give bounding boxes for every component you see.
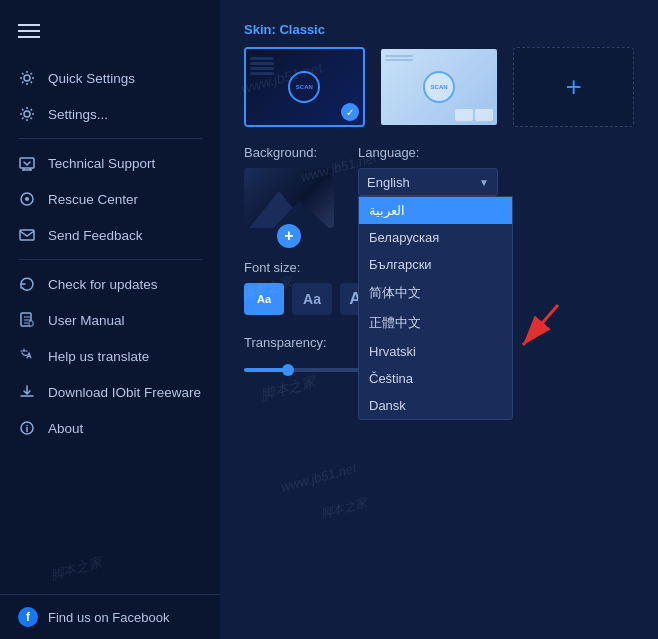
download-freeware-icon <box>18 383 36 401</box>
sidebar-item-about[interactable]: About <box>0 410 220 446</box>
language-chevron-icon: ▼ <box>479 177 489 188</box>
lang-option-belarusian[interactable]: Беларуская <box>359 224 512 251</box>
sidebar-item-help-translate[interactable]: Help us translate <box>0 338 220 374</box>
background-image <box>249 176 329 228</box>
sidebar-item-quick-settings[interactable]: Quick Settings <box>0 60 220 96</box>
svg-point-9 <box>26 425 28 427</box>
technical-support-label: Technical Support <box>48 156 155 171</box>
sidebar-item-technical-support[interactable]: Technical Support <box>0 145 220 181</box>
skin-selected-checkmark: ✓ <box>341 103 359 121</box>
skin-selected: Classic <box>279 22 325 37</box>
sidebar-item-check-updates[interactable]: Check for updates <box>0 266 220 302</box>
facebook-icon: f <box>18 607 38 627</box>
rescue-center-label: Rescue Center <box>48 192 138 207</box>
send-feedback-label: Send Feedback <box>48 228 143 243</box>
language-dropdown-container: English ▼ العربية Беларуская Български 简… <box>358 168 498 196</box>
divider-1 <box>18 138 202 139</box>
lang-option-arabic[interactable]: العربية <box>359 197 512 224</box>
skin-label: Skin: Classic <box>244 22 634 37</box>
svg-point-1 <box>24 111 30 117</box>
user-manual-icon <box>18 311 36 329</box>
lang-option-danish[interactable]: Dansk <box>359 392 512 419</box>
sidebar-item-download-freeware[interactable]: Download IObit Freeware <box>0 374 220 410</box>
lang-option-chinese-traditional[interactable]: 正體中文 <box>359 308 512 338</box>
font-size-medium[interactable]: Aa <box>292 283 332 315</box>
divider-2 <box>18 259 202 260</box>
lang-option-czech[interactable]: Čeština <box>359 365 512 392</box>
quick-settings-icon <box>18 69 36 87</box>
language-selected-value: English <box>367 175 410 190</box>
sidebar-item-user-manual[interactable]: User Manual <box>0 302 220 338</box>
sidebar-item-settings[interactable]: Settings... <box>0 96 220 132</box>
lang-option-croatian[interactable]: Hrvatski <box>359 338 512 365</box>
main-content: Skin: Classic SCAN ✓ <box>220 0 658 639</box>
svg-rect-5 <box>20 230 34 240</box>
rescue-center-icon <box>18 190 36 208</box>
language-dropdown: العربية Беларуская Български 简体中文 正體中文 H… <box>358 196 513 420</box>
about-label: About <box>48 421 83 436</box>
skin-thumb-light[interactable]: SCAN <box>379 47 500 127</box>
skin-thumb-add[interactable]: + <box>513 47 634 127</box>
check-updates-icon <box>18 275 36 293</box>
lang-option-chinese-simplified[interactable]: 简体中文 <box>359 278 512 308</box>
svg-point-0 <box>24 75 30 81</box>
background-label: Background: <box>244 145 334 160</box>
sidebar-item-send-feedback[interactable]: Send Feedback <box>0 217 220 253</box>
background-preview[interactable] <box>244 168 334 228</box>
sidebar: Quick Settings Settings... Technical Sup… <box>0 0 220 639</box>
sidebar-item-rescue-center[interactable]: Rescue Center <box>0 181 220 217</box>
settings-label: Settings... <box>48 107 108 122</box>
check-updates-label: Check for updates <box>48 277 158 292</box>
settings-icon <box>18 105 36 123</box>
hamburger-menu[interactable] <box>0 10 220 60</box>
lang-option-bulgarian[interactable]: Български <box>359 251 512 278</box>
help-translate-label: Help us translate <box>48 349 149 364</box>
sidebar-footer-facebook[interactable]: f Find us on Facebook <box>0 594 220 639</box>
skin-thumbnails: SCAN ✓ SCAN <box>244 47 634 127</box>
facebook-label: Find us on Facebook <box>48 610 169 625</box>
svg-rect-7 <box>29 321 33 326</box>
add-skin-icon: + <box>566 73 582 101</box>
download-freeware-label: Download IObit Freeware <box>48 385 201 400</box>
user-manual-label: User Manual <box>48 313 125 328</box>
svg-point-4 <box>25 197 29 201</box>
about-icon <box>18 419 36 437</box>
background-section: Background: + <box>244 145 334 240</box>
svg-rect-2 <box>20 158 34 168</box>
font-size-small[interactable]: Aa <box>244 283 284 315</box>
send-feedback-icon <box>18 226 36 244</box>
background-add-button[interactable]: + <box>277 224 301 248</box>
language-label: Language: <box>358 145 498 160</box>
language-selected[interactable]: English ▼ <box>358 168 498 196</box>
skin-thumb-dark[interactable]: SCAN ✓ <box>244 47 365 127</box>
help-translate-icon <box>18 347 36 365</box>
technical-support-icon <box>18 154 36 172</box>
language-section: Language: English ▼ العربية Беларуская Б… <box>358 145 498 196</box>
quick-settings-label: Quick Settings <box>48 71 135 86</box>
